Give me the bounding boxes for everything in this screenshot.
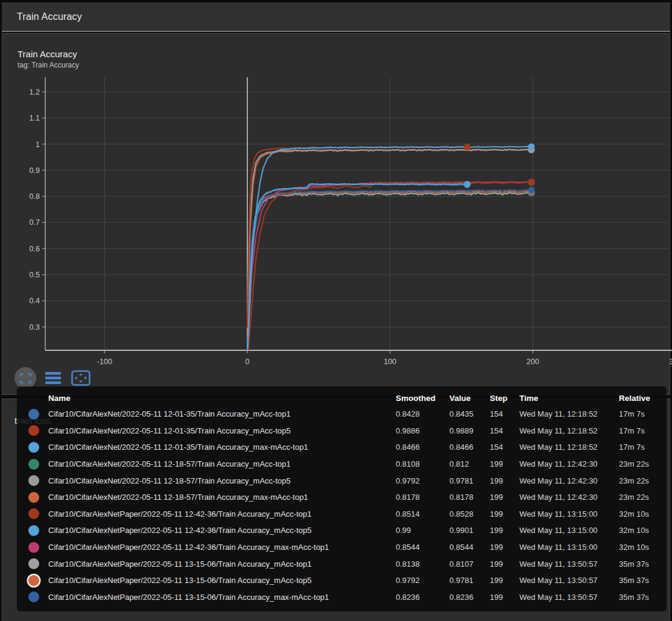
- run-color-cell: [17, 459, 48, 470]
- x-tick-label: 200: [527, 358, 539, 366]
- run-value: 0.9781: [449, 476, 490, 485]
- run-step: 199: [490, 459, 519, 468]
- hamburger-lines-icon: [45, 372, 61, 384]
- run-value: 0.9901: [449, 526, 490, 535]
- tooltip-row: Cifar10/CifarAlexNet/2022-05-11 12-18-57…: [17, 489, 667, 506]
- run-relative: 35m 37s: [619, 576, 667, 585]
- run-color-cell: [17, 542, 48, 553]
- run-relative: 17m 7s: [619, 409, 667, 418]
- run-color-cell: [17, 442, 48, 453]
- run-name: Cifar10/CifarAlexNetPaper/2022-05-11 12-…: [48, 509, 396, 519]
- run-time: Wed May 11, 12:18:52: [519, 426, 619, 435]
- run-relative: 23m 22s: [619, 493, 667, 502]
- tooltip-header-name: Name: [48, 394, 396, 403]
- run-line: [247, 150, 531, 335]
- run-color-dot: [28, 459, 39, 470]
- run-relative: 23m 22s: [619, 476, 667, 485]
- tooltip-row: Cifar10/CifarAlexNet/2022-05-11 12-01-35…: [17, 423, 667, 440]
- run-color-dot: [28, 542, 39, 553]
- run-name: Cifar10/CifarAlexNet/2022-05-11 12-01-35…: [48, 426, 396, 435]
- y-tick-label: 0.7: [30, 218, 40, 227]
- run-color-dot: [28, 575, 39, 586]
- run-step: 154: [490, 409, 519, 418]
- run-step: 154: [490, 426, 519, 435]
- y-tick-label: 1.1: [30, 114, 40, 122]
- tooltip-header-value: Value: [449, 394, 490, 403]
- run-time: Wed May 11, 12:42:30: [519, 493, 619, 502]
- run-relative: 17m 7s: [619, 426, 667, 435]
- run-color-cell: [17, 525, 48, 536]
- run-name: Cifar10/CifarAlexNetPaper/2022-05-11 12-…: [48, 543, 396, 552]
- x-tick-label: 0: [246, 358, 250, 366]
- run-relative: 35m 37s: [619, 593, 667, 602]
- run-color-dot: [28, 591, 39, 602]
- run-color-dot: [28, 558, 39, 569]
- series-group: [247, 147, 531, 364]
- crop-corners-icon: [20, 373, 31, 383]
- run-end-dot: [528, 187, 534, 194]
- run-value: 0.8236: [449, 593, 490, 602]
- run-end-dot: [528, 143, 534, 150]
- run-smoothed: 0.8138: [396, 560, 449, 569]
- run-time: Wed May 11, 12:18:52: [519, 409, 619, 418]
- run-smoothed: 0.8514: [396, 509, 449, 519]
- run-color-dot: [28, 492, 39, 503]
- run-line: [247, 147, 467, 327]
- run-time: Wed May 11, 12:42:30: [519, 459, 619, 468]
- tooltip-row: Cifar10/CifarAlexNet/2022-05-11 12-18-57…: [17, 472, 667, 489]
- tooltip-row: Cifar10/CifarAlexNet/2022-05-11 12-01-35…: [17, 439, 667, 456]
- y-tick-label: 1.2: [30, 88, 40, 96]
- fit-domain-icon[interactable]: [70, 367, 92, 389]
- run-line: [247, 192, 531, 345]
- run-line: [247, 193, 531, 343]
- tooltip-row: Cifar10/CifarAlexNetPaper/2022-05-11 12-…: [17, 539, 667, 556]
- tooltip-row: Cifar10/CifarAlexNetPaper/2022-05-11 12-…: [17, 522, 667, 539]
- run-value: 0.812: [449, 459, 490, 468]
- run-step: 199: [490, 560, 519, 569]
- run-value: 0.8544: [449, 543, 490, 552]
- run-time: Wed May 11, 13:50:57: [519, 593, 619, 602]
- run-step: 199: [490, 526, 519, 535]
- run-end-dot: [464, 143, 471, 150]
- run-smoothed: 0.8108: [396, 459, 449, 468]
- run-step: 154: [490, 443, 519, 452]
- run-time: Wed May 11, 13:50:57: [519, 576, 619, 585]
- run-time: Wed May 11, 13:15:00: [519, 526, 619, 535]
- run-color-cell: [17, 558, 48, 569]
- run-time: Wed May 11, 13:15:00: [519, 543, 619, 552]
- run-line: [247, 191, 531, 340]
- run-value: 0.9781: [449, 576, 490, 585]
- run-value: 0.8178: [449, 493, 490, 502]
- run-name: Cifar10/CifarAlexNet/2022-05-11 12-01-35…: [48, 443, 396, 452]
- run-color-dot: [28, 525, 39, 536]
- run-color-cell: [17, 575, 48, 586]
- y-tick-label: 1: [36, 140, 40, 149]
- tooltip-header-smoothed: Smoothed: [396, 394, 449, 403]
- accuracy-line-chart[interactable]: 0.30.40.50.60.70.80.911.11.2-10001002003…: [0, 0, 672, 398]
- run-value: 0.8466: [449, 443, 490, 452]
- run-name: Cifar10/CifarAlexNetPaper/2022-05-11 12-…: [48, 526, 396, 535]
- page: { "group_header": { "title": "Train Accu…: [0, 0, 672, 621]
- tooltip-header-relative: Relative: [619, 394, 667, 403]
- x-tick-label: 300: [670, 358, 672, 366]
- tooltip-header-step: Step: [490, 394, 519, 403]
- run-end-dot: [464, 181, 471, 188]
- run-name: Cifar10/CifarAlexNet/2022-05-11 12-18-57…: [48, 493, 396, 502]
- drag-zoom-icon[interactable]: [14, 367, 36, 389]
- run-relative: 23m 22s: [619, 459, 667, 468]
- tooltip-overlay: NameSmoothedValueStepTimeRelative Cifar1…: [17, 386, 667, 611]
- run-line: [247, 190, 531, 348]
- tooltip-row: Cifar10/CifarAlexNet/2022-05-11 12-18-57…: [17, 456, 667, 473]
- run-relative: 17m 7s: [619, 443, 667, 452]
- run-step: 199: [490, 576, 519, 585]
- x-tick-label: -100: [97, 358, 112, 366]
- run-line: [247, 184, 467, 350]
- data-table-icon[interactable]: [42, 367, 64, 389]
- run-smoothed: 0.9792: [396, 476, 449, 485]
- run-relative: 32m 10s: [619, 526, 667, 535]
- run-color-cell: [17, 492, 48, 503]
- run-smoothed: 0.99: [396, 526, 449, 535]
- run-time: Wed May 11, 13:50:57: [519, 560, 619, 569]
- run-smoothed: 0.8544: [396, 543, 449, 552]
- y-tick-label: 0.3: [30, 323, 40, 332]
